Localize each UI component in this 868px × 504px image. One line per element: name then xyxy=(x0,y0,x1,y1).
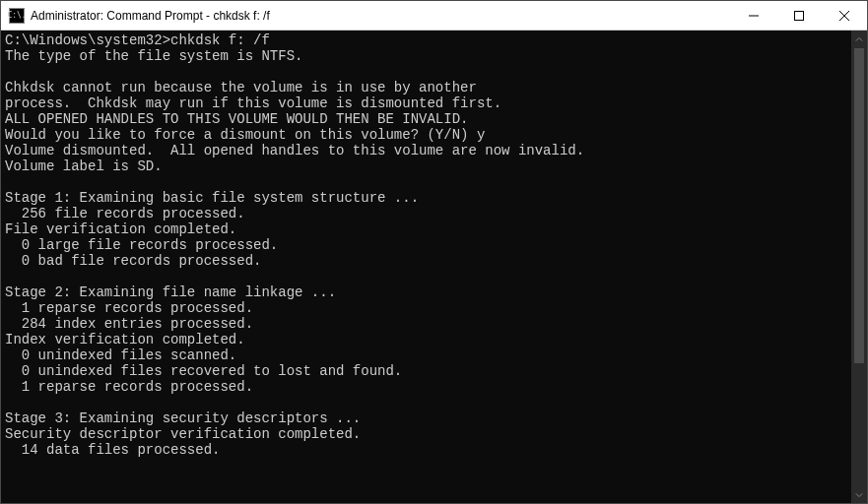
cmd-icon: C:\. xyxy=(9,8,25,24)
console-area: C:\Windows\system32>chkdsk f: /f The typ… xyxy=(1,31,867,503)
command-prompt-window: C:\. Administrator: Command Prompt - chk… xyxy=(0,0,868,504)
scroll-down-button[interactable] xyxy=(851,486,867,503)
svg-rect-0 xyxy=(795,11,804,20)
maximize-icon xyxy=(794,11,804,21)
scroll-up-button[interactable] xyxy=(851,31,867,47)
console-output[interactable]: C:\Windows\system32>chkdsk f: /f The typ… xyxy=(1,31,851,503)
close-icon xyxy=(839,11,849,21)
minimize-button[interactable] xyxy=(731,1,776,30)
chevron-up-icon xyxy=(855,35,863,43)
window-title: Administrator: Command Prompt - chkdsk f… xyxy=(31,9,731,23)
window-controls xyxy=(731,1,867,30)
minimize-icon xyxy=(749,11,759,21)
scroll-thumb[interactable] xyxy=(854,48,864,363)
vertical-scrollbar[interactable] xyxy=(851,31,867,503)
maximize-button[interactable] xyxy=(776,1,822,30)
titlebar[interactable]: C:\. Administrator: Command Prompt - chk… xyxy=(1,1,867,31)
close-button[interactable] xyxy=(822,1,867,30)
chevron-down-icon xyxy=(855,491,863,499)
